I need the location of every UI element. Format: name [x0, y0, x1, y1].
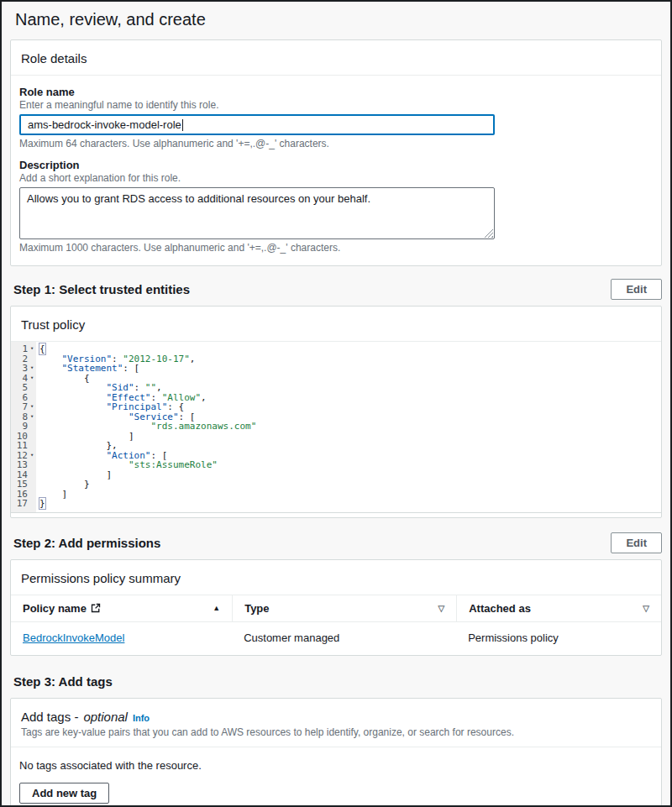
no-tags-text: No tags associated with the resource. [19, 759, 653, 772]
permissions-summary-title: Permissions policy summary [11, 560, 661, 595]
page: Name, review, and create Role details Ro… [0, 0, 672, 807]
step1-edit-button[interactable]: Edit [611, 279, 662, 300]
resize-grip-icon[interactable] [484, 228, 493, 238]
permissions-table: Policy name ▲ Type ▽ Attached as ▽ Bedro… [11, 595, 661, 655]
table-row: BedrockInvokeModel Customer managed Perm… [11, 622, 661, 655]
description-value: Allows you to grant RDS access to additi… [27, 192, 370, 205]
add-tags-optional: optional [83, 710, 128, 724]
info-link[interactable]: Info [133, 713, 150, 723]
trust-policy-editor: 1▾{2 "Version": "2012-10-17",3▾ "Stateme… [11, 342, 661, 513]
step3-title: Step 3: Add tags [13, 674, 113, 689]
add-tags-description: Tags are key-value pairs that you can ad… [21, 726, 651, 738]
column-header-attached-as[interactable]: Attached as ▽ [456, 595, 661, 621]
role-name-value: ams-bedrock-invoke-model-role [28, 118, 181, 131]
filter-icon[interactable]: ▽ [643, 604, 649, 613]
role-details-card: Role details Role name Enter a meaningfu… [10, 39, 662, 266]
description-textarea[interactable]: Allows you to grant RDS access to additi… [19, 187, 495, 239]
policy-name-link[interactable]: BedrockInvokeModel [23, 631, 124, 644]
editor-footer-strip [11, 513, 661, 517]
filter-icon[interactable]: ▽ [438, 604, 444, 613]
sort-ascending-icon[interactable]: ▲ [213, 604, 220, 612]
text-cursor [182, 119, 183, 131]
column-header-type[interactable]: Type ▽ [232, 595, 456, 621]
trust-policy-title: Trust policy [11, 307, 661, 342]
policy-type-cell: Customer managed [232, 622, 456, 655]
role-name-description: Enter a meaningful name to identify this… [19, 99, 653, 111]
add-tags-title: Add tags - [21, 710, 78, 724]
step1-title: Step 1: Select trusted entities [13, 282, 190, 296]
description-constraint: Maximum 1000 characters. Use alphanumeri… [19, 242, 653, 254]
role-name-label: Role name [19, 86, 653, 98]
add-tags-card: Add tags - optional Info Tags are key-va… [10, 698, 662, 807]
permissions-summary-card: Permissions policy summary Policy name ▲… [10, 559, 662, 656]
external-link-icon [91, 603, 101, 613]
add-new-tag-button[interactable]: Add new tag [19, 783, 109, 804]
description-label: Description [19, 159, 653, 171]
column-header-policy-name[interactable]: Policy name ▲ [11, 595, 232, 621]
step2-title: Step 2: Add permissions [13, 536, 160, 550]
role-name-constraint: Maximum 64 characters. Use alphanumeric … [19, 138, 653, 149]
role-name-input[interactable]: ams-bedrock-invoke-model-role [19, 114, 495, 135]
trust-policy-card: Trust policy 1▾{2 "Version": "2012-10-17… [10, 306, 662, 518]
step2-edit-button[interactable]: Edit [611, 532, 662, 553]
attached-as-cell: Permissions policy [456, 622, 661, 655]
description-description: Add a short explanation for this role. [19, 172, 653, 184]
role-details-title: Role details [11, 40, 661, 76]
page-title: Name, review, and create [2, 2, 670, 36]
